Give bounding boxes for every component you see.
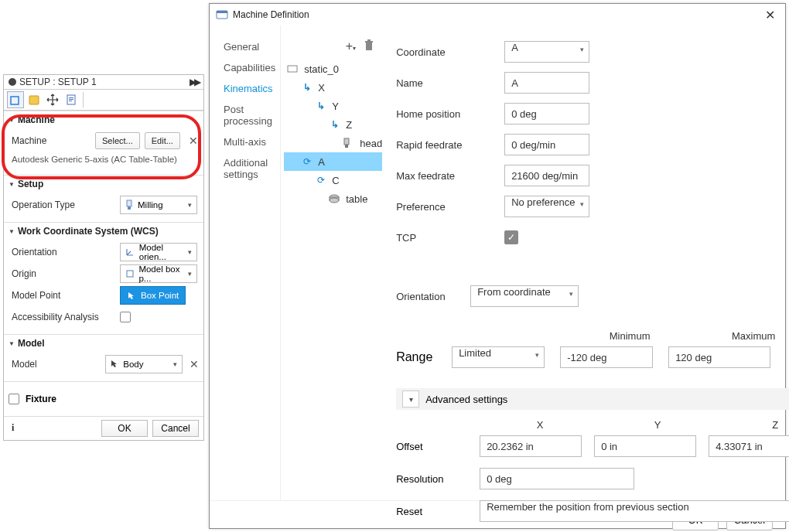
offset-label: Offset: [396, 441, 467, 452]
tree-c-label: C: [332, 175, 339, 186]
svg-rect-11: [366, 43, 372, 50]
section-setup-label: Setup: [18, 179, 43, 189]
preference-value: No preference: [511, 196, 575, 208]
model-dropdown[interactable]: Body: [105, 355, 183, 373]
resolution-input[interactable]: [480, 468, 634, 489]
tree-table-label: table: [346, 193, 367, 205]
coordinate-value: A: [511, 42, 518, 53]
model-clear-icon[interactable]: ✕: [190, 358, 199, 370]
tab-stock-icon[interactable]: [26, 91, 43, 108]
offset-z-input[interactable]: [709, 435, 789, 457]
op-type-value: Milling: [138, 200, 163, 210]
orientation-value: Model orien...: [139, 243, 192, 261]
tree-c[interactable]: ⟳ C: [284, 171, 382, 189]
rotary-a-icon: ⟳: [301, 156, 313, 167]
advanced-toggle-icon[interactable]: ▾: [402, 390, 419, 408]
preference-label: Preference: [396, 201, 504, 213]
name-input[interactable]: [504, 72, 589, 94]
home-label: Home position: [396, 108, 504, 120]
offset-y-input[interactable]: [594, 435, 696, 457]
range-type-dropdown[interactable]: Limited: [452, 346, 545, 368]
machine-edit-button[interactable]: Edit...: [145, 132, 180, 149]
orientation-form-value: From coordinate: [477, 286, 551, 298]
setup-title: SETUP : SETUP 1: [19, 77, 97, 87]
coordinate-dropdown[interactable]: A: [504, 41, 589, 63]
nav-capabilities[interactable]: Capabilities: [222, 57, 277, 78]
preference-dropdown[interactable]: No preference: [504, 196, 589, 217]
tree-static[interactable]: static_0: [284, 60, 382, 78]
info-icon[interactable]: i: [12, 422, 14, 434]
box-icon: [125, 269, 134, 278]
tree-x[interactable]: ↳ X: [284, 78, 382, 97]
setup-ok-button[interactable]: OK: [101, 420, 148, 437]
dialog-title: Machine Definition: [233, 9, 309, 20]
maximum-header: Maximum: [692, 330, 789, 342]
machine-definition-dialog: Machine Definition ✕ General Capabilitie…: [209, 3, 786, 529]
setup-cancel-button[interactable]: Cancel: [152, 420, 199, 437]
machine-clear-icon[interactable]: ✕: [188, 135, 199, 147]
nav-additional-settings[interactable]: Additional settings: [222, 152, 277, 185]
svg-rect-1: [29, 96, 39, 104]
tree-y[interactable]: ↳ Y: [284, 97, 382, 115]
add-node-icon[interactable]: +▾: [346, 39, 356, 53]
section-wcs[interactable]: Work Coordinate System (WCS): [4, 223, 203, 240]
dialog-titlebar: Machine Definition ✕: [210, 4, 785, 26]
tcp-checkbox[interactable]: ✓: [504, 230, 518, 244]
tcp-label: TCP: [396, 232, 504, 244]
nav-kinematics[interactable]: Kinematics: [222, 78, 277, 99]
nav-post-processing[interactable]: Post processing: [222, 99, 277, 131]
nav-multi-axis[interactable]: Multi-axis: [222, 131, 277, 152]
axis-z-icon: ↳: [329, 119, 341, 130]
cursor-small-icon: [111, 360, 118, 369]
reset-dropdown[interactable]: Remember the position from previous sect…: [480, 500, 789, 522]
tab-move-icon[interactable]: [44, 91, 61, 108]
origin-dropdown[interactable]: Model box p...: [120, 264, 197, 283]
svg-rect-6: [127, 200, 132, 206]
section-wcs-label: Work Coordinate System (WCS): [18, 226, 159, 237]
orientation-dropdown[interactable]: Model orien...: [120, 243, 197, 261]
section-setup[interactable]: Setup: [4, 176, 203, 193]
tab-setup-icon[interactable]: [7, 91, 24, 108]
axis-x-icon: ↳: [301, 82, 313, 93]
svg-rect-13: [367, 39, 371, 41]
kinematics-tree-panel: +▾ static_0 ↳ X ↳ Y ↳: [281, 26, 390, 500]
op-type-dropdown[interactable]: Milling: [120, 196, 197, 214]
accessibility-checkbox[interactable]: [120, 312, 131, 322]
tree-table[interactable]: table: [284, 189, 382, 208]
svg-rect-3: [69, 97, 73, 98]
delete-node-icon[interactable]: [364, 39, 374, 53]
rapid-label: Rapid feedrate: [396, 139, 504, 151]
model-value: Body: [123, 360, 143, 369]
svg-rect-12: [365, 41, 373, 43]
section-machine[interactable]: Machine: [4, 111, 203, 128]
tree-z[interactable]: ↳ Z: [284, 115, 382, 134]
svg-rect-8: [127, 271, 133, 277]
fixture-checkbox[interactable]: [9, 394, 19, 404]
section-model[interactable]: Model: [4, 335, 203, 352]
dialog-icon: [216, 9, 228, 20]
range-label: Range: [396, 350, 436, 364]
setup-tabbar: [4, 89, 203, 111]
expand-icon[interactable]: ▶▶: [190, 77, 199, 87]
rotary-c-icon: ⟳: [315, 175, 327, 186]
advanced-settings-header[interactable]: ▾ Advanced settings: [396, 388, 789, 410]
orientation-form-label: Orientation: [396, 291, 470, 302]
rapid-input[interactable]: [504, 134, 589, 155]
machine-select-button[interactable]: Select...: [95, 132, 140, 149]
box-point-button[interactable]: Box Point: [120, 286, 186, 305]
machine-description: Autodesk Generic 5-axis (AC Table-Table): [12, 152, 199, 169]
nav-general[interactable]: General: [222, 36, 277, 57]
range-min-input[interactable]: [560, 346, 653, 368]
offset-x-input[interactable]: [480, 435, 582, 457]
model-label: Model: [12, 359, 105, 370]
tree-x-label: X: [318, 82, 325, 94]
tree-head[interactable]: head: [284, 134, 382, 152]
close-button[interactable]: ✕: [760, 7, 779, 22]
orientation-form-dropdown[interactable]: From coordinate: [470, 285, 579, 307]
tree-head-label: head: [360, 138, 382, 149]
tab-post-icon[interactable]: [63, 91, 80, 108]
home-input[interactable]: [504, 103, 589, 124]
maxf-input[interactable]: [504, 165, 589, 186]
tree-a[interactable]: ⟳ A: [284, 152, 382, 171]
range-max-input[interactable]: [668, 346, 770, 368]
